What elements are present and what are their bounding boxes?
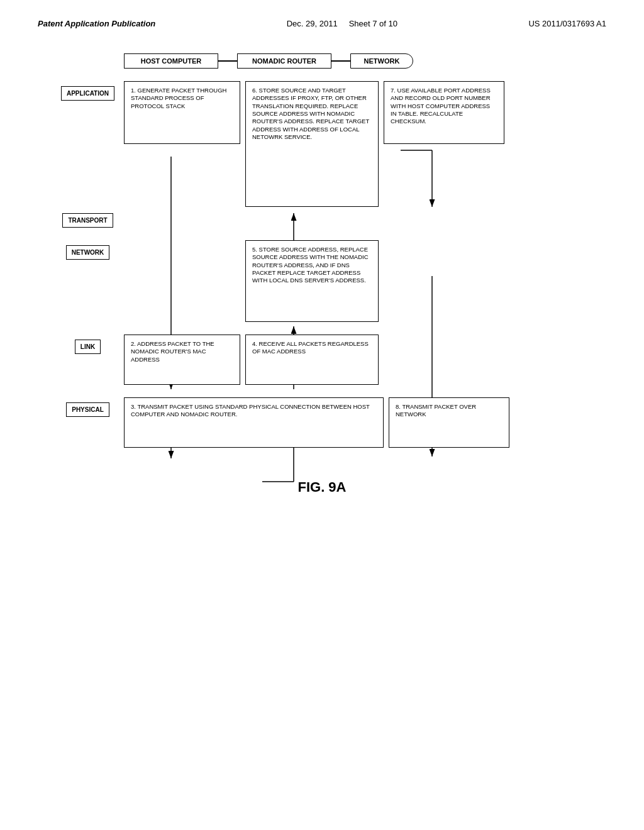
- row-transport: TRANSPORT: [52, 213, 592, 228]
- page: Patent Application Publication Dec. 29, …: [0, 0, 644, 830]
- diagram-container: HOST COMPUTER NOMADIC ROUTER NETWORK: [52, 53, 592, 448]
- date-sheet: Dec. 29, 2011 Sheet 7 of 10: [287, 19, 397, 28]
- sheet: Sheet 7 of 10: [349, 19, 397, 28]
- box2: 2. ADDRESS PACKET TO THE NOMADIC ROUTER'…: [124, 335, 240, 385]
- nomadic-application-cell: 6. STORE SOURCE AND TARGET ADDRESSES IF …: [240, 81, 379, 207]
- nomadic-router-header: NOMADIC ROUTER: [237, 53, 331, 69]
- nomadic-link-cell: 4. RECEIVE ALL PACKETS REGARDLESS OF MAC…: [240, 335, 379, 385]
- box3: 3. TRANSMIT PACKET USING STANDARD PHYSIC…: [124, 397, 384, 448]
- network-label: NETWORK: [66, 245, 110, 260]
- connector-1: [218, 60, 237, 62]
- row-physical: PHYSICAL 3. TRANSMIT PACKET USING STANDA…: [52, 397, 592, 448]
- layer-link: LINK: [52, 335, 124, 354]
- box1: 1. GENERATE PACKET THROUGH STANDARD PROC…: [124, 81, 240, 144]
- layer-transport: TRANSPORT: [52, 213, 124, 228]
- nomadic-network-cell: 5. STORE SOURCE ADDRESS, REPLACE SOURCE …: [240, 240, 379, 322]
- box5: 5. STORE SOURCE ADDRESS, REPLACE SOURCE …: [245, 240, 379, 322]
- host-nomadic-physical-cell: 3. TRANSMIT PACKET USING STANDARD PHYSIC…: [124, 397, 384, 448]
- connector-2: [331, 60, 350, 62]
- box6: 6. STORE SOURCE AND TARGET ADDRESSES IF …: [245, 81, 379, 207]
- diagram-wrapper: APPLICATION 1. GENERATE PACKET THROUGH S…: [52, 81, 592, 448]
- layer-physical: PHYSICAL: [52, 397, 124, 417]
- box7: 7. USE AVAILABLE PORT ADDRESS AND RECORD…: [384, 81, 504, 144]
- row-link: LINK 2. ADDRESS PACKET TO THE NOMADIC RO…: [52, 335, 592, 385]
- application-label: APPLICATION: [61, 86, 114, 101]
- figure-caption: FIG. 9A: [38, 479, 606, 495]
- column-headers: HOST COMPUTER NOMADIC ROUTER NETWORK: [124, 53, 592, 69]
- row-application: APPLICATION 1. GENERATE PACKET THROUGH S…: [52, 81, 592, 207]
- host-link-cell: 2. ADDRESS PACKET TO THE NOMADIC ROUTER'…: [124, 335, 240, 385]
- network-physical-cell: 8. TRANSMIT PACKET OVER NETWORK: [384, 397, 509, 448]
- network-transport-cell: 7. USE AVAILABLE PORT ADDRESS AND RECORD…: [379, 81, 504, 144]
- host-computer-header: HOST COMPUTER: [124, 53, 218, 69]
- layer-application: APPLICATION: [52, 81, 124, 101]
- box4: 4. RECEIVE ALL PACKETS REGARDLESS OF MAC…: [245, 335, 379, 385]
- box8: 8. TRANSMIT PACKET OVER NETWORK: [389, 397, 509, 448]
- physical-label: PHYSICAL: [66, 402, 109, 417]
- host-application-cell: 1. GENERATE PACKET THROUGH STANDARD PROC…: [124, 81, 240, 144]
- figure-label: FIG. 9A: [297, 479, 346, 495]
- date: Dec. 29, 2011: [287, 19, 338, 28]
- network-header: NETWORK: [350, 53, 413, 69]
- row-network: NETWORK 5. STORE SOURCE ADDRESS, REPLACE…: [52, 240, 592, 322]
- transport-label: TRANSPORT: [62, 213, 113, 228]
- publication-label: Patent Application Publication: [38, 19, 155, 28]
- link-label: LINK: [75, 340, 101, 354]
- page-header: Patent Application Publication Dec. 29, …: [38, 19, 606, 28]
- layer-network: NETWORK: [52, 240, 124, 260]
- patent-number: US 2011/0317693 A1: [528, 19, 606, 28]
